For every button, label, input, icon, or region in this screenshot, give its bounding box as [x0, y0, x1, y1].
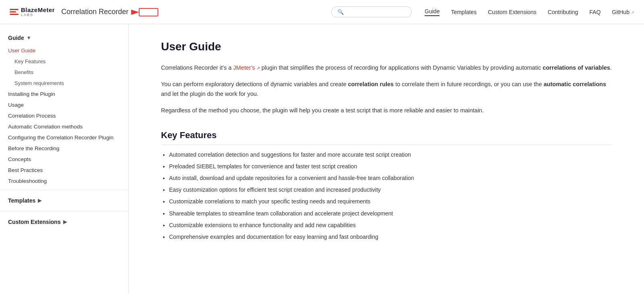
sidebar-templates-header[interactable]: Templates ▶ [0, 193, 128, 208]
intro-text-end: . [610, 64, 612, 71]
key-features-title: Key Features [161, 130, 612, 145]
logo[interactable]: BlazeMeter LABS [10, 7, 55, 17]
nav-link-faq[interactable]: FAQ [589, 9, 601, 15]
intro-paragraph-2: You can perform exploratory detections o… [161, 79, 612, 99]
sidebar-item-system-requirements[interactable]: System requirements [0, 78, 128, 89]
intro-paragraph-3: Regardless of the method you choose, the… [161, 106, 612, 116]
nav-link-guide[interactable]: Guide [425, 8, 440, 16]
sidebar-guide-header[interactable]: Guide ▼ [0, 31, 128, 45]
sidebar-custom-ext-header[interactable]: Custom Extensions ▶ [0, 215, 128, 229]
search-input[interactable] [347, 9, 406, 15]
svg-marker-1 [131, 10, 139, 15]
intro-text-after: plugin that simplifies the process of re… [260, 64, 543, 71]
sidebar: Guide ▼ User Guide Key Features Benefits… [0, 24, 129, 294]
annotation-arrow [128, 4, 161, 21]
sidebar-templates-arrow: ▶ [38, 198, 41, 203]
sidebar-item-auto-correlation[interactable]: Automatic Correlation methods [0, 121, 128, 132]
sidebar-templates-label: Templates [8, 197, 35, 204]
main-layout: Guide ▼ User Guide Key Features Benefits… [0, 24, 644, 294]
sidebar-divider-2 [0, 211, 128, 211]
logo-icon [10, 9, 19, 15]
feature-list-item: Easy customization options for efficient… [169, 185, 612, 195]
svg-rect-0 [139, 8, 158, 16]
feature-list-item: Customizable correlations to match your … [169, 197, 612, 207]
sidebar-divider-1 [0, 190, 128, 190]
main-content: User Guide Correlations Recorder it's a … [129, 24, 644, 294]
feature-list-item: Auto install, download and update reposi… [169, 173, 612, 183]
sidebar-custom-ext-label: Custom Extensions [8, 219, 61, 225]
intro-p2-before: You can perform exploratory detections o… [161, 81, 348, 87]
nav-link-github[interactable]: GitHub [612, 9, 634, 15]
intro-bold-auto: automatic correlations [544, 81, 607, 87]
intro-p2-end: and let the plugin do the work for you. [161, 91, 258, 97]
feature-list: Automated correlation detection and sugg… [161, 150, 612, 242]
intro-p2-mid: to correlate them in future recordings, … [394, 81, 543, 87]
sidebar-item-installing[interactable]: Installing the Plugin [0, 89, 128, 99]
feature-list-item: Shareable templates to streamline team c… [169, 209, 612, 219]
feature-list-item: Comprehensive examples and documentation… [169, 232, 612, 242]
site-title-container: Correlation Recorder [61, 8, 128, 16]
intro-paragraph-1: Correlations Recorder it's a JMeter's pl… [161, 63, 612, 73]
logo-brand: BlazeMeter [21, 7, 55, 13]
nav-links: Guide Templates Custom Extensions Contri… [425, 8, 634, 16]
intro-bold-correlations: correlations of variables [543, 64, 610, 71]
feature-list-item: Preloaded SIEBEL templates for convenien… [169, 161, 612, 172]
nav-link-templates[interactable]: Templates [451, 9, 477, 15]
jmeter-link[interactable]: JMeter's [233, 64, 260, 71]
sidebar-item-configuring[interactable]: Configuring the Correlation Recorder Plu… [0, 132, 128, 143]
logo-line-2 [10, 11, 16, 12]
feature-list-item: Automated correlation detection and sugg… [169, 150, 612, 160]
sidebar-item-before-recording[interactable]: Before the Recording [0, 143, 128, 154]
feature-list-item: Customizable extensions to enhance funct… [169, 220, 612, 230]
sidebar-item-user-guide[interactable]: User Guide [0, 45, 128, 56]
sidebar-item-key-features[interactable]: Key Features [0, 56, 128, 67]
sidebar-guide-label: Guide [8, 35, 24, 41]
intro-bold-rules: correlation rules [348, 81, 394, 87]
sidebar-custom-ext-arrow: ▶ [63, 219, 67, 225]
sidebar-guide-arrow: ▼ [27, 35, 31, 41]
logo-line-1 [10, 9, 19, 10]
sidebar-item-usage[interactable]: Usage [0, 99, 128, 110]
top-navigation: BlazeMeter LABS Correlation Recorder 🔍 G… [0, 0, 644, 24]
nav-link-custom-extensions[interactable]: Custom Extensions [488, 9, 537, 15]
site-title: Correlation Recorder [61, 8, 128, 16]
nav-link-contributing[interactable]: Contributing [548, 9, 578, 15]
logo-text: BlazeMeter LABS [21, 7, 55, 17]
logo-line-3 [10, 14, 19, 15]
page-title: User Guide [161, 40, 612, 53]
logo-sub: LABS [21, 13, 55, 17]
sidebar-item-correlation-process[interactable]: Correlation Process [0, 110, 128, 121]
sidebar-item-concepts[interactable]: Concepts [0, 154, 128, 165]
search-icon: 🔍 [337, 9, 344, 15]
sidebar-item-best-practices[interactable]: Best Practices [0, 165, 128, 176]
search-bar[interactable]: 🔍 [331, 6, 412, 17]
logo-area: BlazeMeter LABS Correlation Recorder [10, 7, 128, 17]
sidebar-item-troubleshooting[interactable]: Troubleshooting [0, 176, 128, 186]
sidebar-item-benefits[interactable]: Benefits [0, 67, 128, 78]
intro-text-before: Correlations Recorder it's a [161, 64, 233, 71]
